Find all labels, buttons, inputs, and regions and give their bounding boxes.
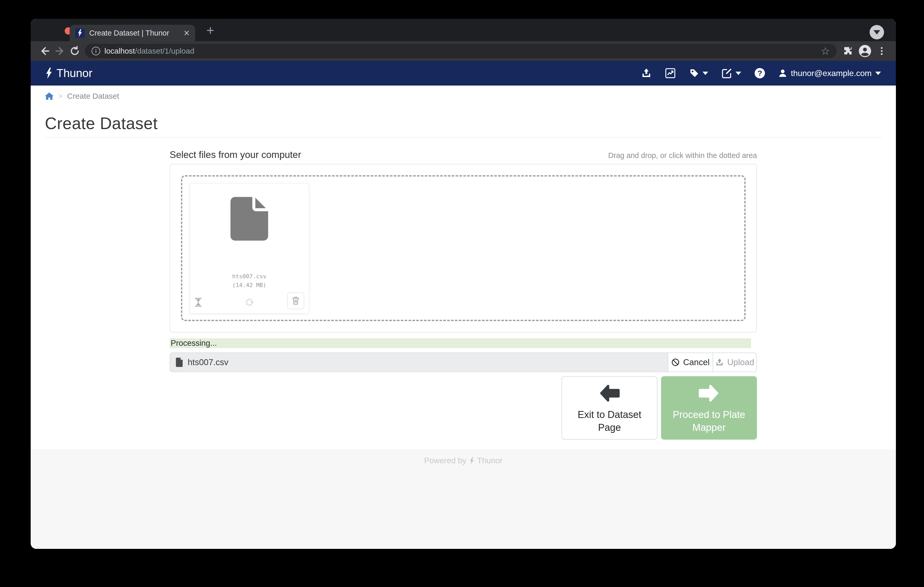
file-icon bbox=[231, 197, 268, 241]
action-buttons: Exit to Dataset Page Proceed to Plate Ma… bbox=[170, 376, 757, 440]
upload-nav-button[interactable] bbox=[641, 68, 652, 78]
remove-file-button[interactable] bbox=[287, 292, 304, 309]
proceed-button-label: Proceed to Plate Mapper bbox=[662, 408, 756, 434]
address-bar[interactable]: i localhost/dataset/1/upload ☆ bbox=[85, 44, 837, 58]
navbar-right: ? thunor@example.com bbox=[641, 68, 881, 79]
upload-heading: Select files from your computer bbox=[170, 150, 301, 160]
browser-window: Create Dataset | Thunor × + i localhost/… bbox=[31, 19, 896, 549]
page-title: Create Dataset bbox=[45, 114, 882, 133]
tag-icon bbox=[689, 68, 700, 78]
upload-label: Upload bbox=[727, 357, 754, 367]
arrow-left-icon bbox=[597, 382, 622, 404]
proceed-to-plate-mapper-button[interactable]: Proceed to Plate Mapper bbox=[661, 376, 757, 440]
file-name: hts007.csv bbox=[190, 272, 309, 281]
plots-nav-button[interactable] bbox=[665, 68, 676, 79]
file-earmark-icon bbox=[176, 358, 183, 367]
new-tab-button[interactable]: + bbox=[203, 23, 218, 38]
back-button[interactable] bbox=[37, 44, 52, 59]
edit-icon bbox=[722, 68, 733, 79]
edit-nav-button[interactable] bbox=[722, 68, 741, 79]
caret-down-icon bbox=[703, 72, 708, 75]
breadcrumb-current: Create Dataset bbox=[67, 92, 119, 100]
file-input-group: hts007.csv Cancel Upload bbox=[170, 352, 757, 372]
powered-by-text: Powered by bbox=[424, 456, 466, 465]
tags-nav-button[interactable] bbox=[689, 68, 708, 78]
url-text: localhost/dataset/1/upload bbox=[104, 47, 817, 55]
browser-tab[interactable]: Create Dataset | Thunor × bbox=[69, 25, 195, 41]
upload-hint: Drag and drop, or click within the dotte… bbox=[608, 151, 757, 160]
footer-brand: Thunor bbox=[477, 456, 502, 465]
user-email: thunor@example.com bbox=[791, 69, 872, 78]
browser-toolbar: i localhost/dataset/1/upload ☆ bbox=[31, 41, 896, 61]
tab-search-button[interactable] bbox=[870, 25, 884, 39]
toolbar-right bbox=[841, 44, 889, 59]
spinner-icon bbox=[246, 298, 253, 306]
arrow-right-icon bbox=[696, 382, 721, 404]
upload-section: Select files from your computer Drag and… bbox=[170, 150, 757, 440]
brand-link[interactable]: Thunor bbox=[46, 67, 92, 80]
file-meta: hts007.csv (14.42 MB) bbox=[190, 272, 309, 289]
cancel-ban-icon bbox=[672, 358, 680, 367]
selected-file-name: hts007.csv bbox=[188, 357, 228, 367]
app-navbar: Thunor ? thunor@example.com bbox=[31, 61, 896, 86]
progress-label: Processing... bbox=[170, 339, 217, 348]
file-size: (14.42 MB) bbox=[190, 281, 309, 289]
url-host: localhost bbox=[104, 47, 135, 55]
home-icon[interactable] bbox=[45, 92, 54, 100]
tab-strip: Create Dataset | Thunor × + bbox=[31, 19, 896, 41]
browser-menu-icon[interactable] bbox=[874, 44, 889, 59]
close-tab-icon[interactable]: × bbox=[184, 28, 190, 38]
exit-button-label: Exit to Dataset Page bbox=[562, 408, 657, 434]
upload-card: hts007.csv (14.42 MB) bbox=[170, 164, 757, 332]
reload-button[interactable] bbox=[67, 44, 82, 59]
cancel-button[interactable]: Cancel bbox=[668, 352, 713, 372]
bolt-icon bbox=[46, 67, 52, 79]
url-path: /dataset/1/upload bbox=[135, 47, 194, 55]
forward-button[interactable] bbox=[52, 44, 67, 59]
chart-icon bbox=[665, 68, 676, 79]
brand-name: Thunor bbox=[56, 67, 92, 80]
bookmark-star-icon[interactable]: ☆ bbox=[821, 46, 830, 56]
help-nav-button[interactable]: ? bbox=[755, 68, 765, 78]
upload-button[interactable]: Upload bbox=[713, 352, 757, 372]
breadcrumb-separator: > bbox=[58, 92, 63, 100]
progress-fill: Processing... bbox=[170, 338, 751, 348]
help-icon: ? bbox=[755, 68, 765, 78]
file-preview-card: hts007.csv (14.42 MB) bbox=[190, 183, 309, 314]
page-footer: Powered by Thunor bbox=[31, 449, 896, 549]
bolt-icon bbox=[469, 457, 474, 465]
caret-down-icon bbox=[736, 72, 741, 75]
upload-icon bbox=[641, 68, 652, 78]
main-content: > Create Dataset Create Dataset Select f… bbox=[31, 86, 896, 449]
chevron-down-icon bbox=[873, 30, 880, 35]
caret-down-icon bbox=[875, 72, 881, 75]
title-divider bbox=[45, 137, 882, 138]
dropzone[interactable]: hts007.csv (14.42 MB) bbox=[181, 175, 746, 321]
cancel-label: Cancel bbox=[683, 357, 710, 367]
trash-icon bbox=[292, 296, 300, 305]
hourglass-icon bbox=[195, 298, 202, 307]
upload-progress-bar: Processing... bbox=[170, 338, 757, 348]
extensions-puzzle-icon[interactable] bbox=[841, 44, 856, 59]
thunor-favicon-icon bbox=[75, 28, 84, 38]
profile-avatar[interactable] bbox=[858, 44, 872, 58]
upload-icon bbox=[715, 358, 724, 367]
exit-to-dataset-button[interactable]: Exit to Dataset Page bbox=[561, 376, 657, 440]
site-info-icon[interactable]: i bbox=[92, 47, 100, 55]
user-icon bbox=[778, 69, 787, 77]
selected-file-field[interactable]: hts007.csv bbox=[170, 352, 668, 372]
tab-title: Create Dataset | Thunor bbox=[89, 29, 179, 37]
breadcrumb: > Create Dataset bbox=[45, 92, 882, 100]
user-menu[interactable]: thunor@example.com bbox=[778, 69, 881, 78]
